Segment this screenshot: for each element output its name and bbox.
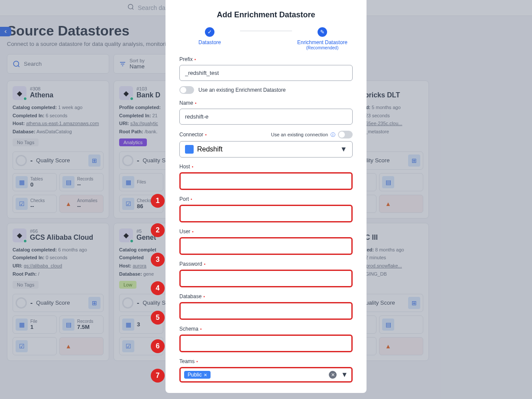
existing-connection-toggle[interactable] — [338, 131, 353, 138]
teams-input[interactable]: Public✕ ✕ ▼ — [179, 367, 353, 383]
step-enrichment[interactable]: ✎ Enrichment Datastore (Recommended) — [292, 27, 353, 50]
host-label: Host• — [179, 164, 353, 170]
redshift-icon — [185, 145, 194, 154]
port-label: Port• — [179, 196, 353, 202]
add-datastore-modal: Add Enrichment Datastore ✓ Datastore ✎ E… — [165, 0, 367, 393]
user-input[interactable] — [179, 237, 353, 255]
annotation-1: 1 — [151, 194, 165, 208]
annotation-7: 7 — [151, 369, 165, 383]
annotation-6: 6 — [151, 339, 165, 353]
schema-input[interactable] — [179, 335, 353, 352]
user-label: User• — [179, 228, 353, 235]
annotation-4: 4 — [151, 281, 165, 295]
chip-remove-icon[interactable]: ✕ — [204, 373, 207, 377]
existing-datastore-toggle[interactable] — [179, 86, 194, 94]
teams-label: Teams• — [179, 358, 353, 364]
chevron-down-icon: ▼ — [341, 371, 348, 379]
modal-title: Add Enrichment Datastore — [179, 10, 353, 19]
host-input[interactable] — [179, 172, 353, 190]
prefix-label: Prefix• — [179, 56, 353, 62]
stepper: ✓ Datastore ✎ Enrichment Datastore (Reco… — [179, 27, 353, 50]
prefix-input[interactable] — [179, 65, 353, 81]
database-label: Database• — [179, 293, 353, 299]
connector-label: Connector• — [179, 132, 207, 138]
annotation-5: 5 — [151, 311, 165, 325]
port-input[interactable] — [179, 205, 353, 222]
step-datastore[interactable]: ✓ Datastore — [179, 27, 240, 50]
connector-select[interactable]: Redshift ▼ — [179, 141, 353, 158]
name-label: Name• — [179, 100, 353, 106]
annotation-3: 3 — [151, 253, 165, 267]
password-input[interactable] — [179, 270, 353, 287]
name-input[interactable] — [179, 109, 353, 125]
info-icon[interactable]: ⓘ — [331, 132, 335, 138]
team-chip-public[interactable]: Public✕ — [184, 371, 211, 379]
database-input[interactable] — [179, 302, 353, 320]
clear-icon[interactable]: ✕ — [329, 371, 337, 379]
annotation-2: 2 — [151, 223, 165, 237]
chevron-down-icon: ▼ — [340, 145, 347, 153]
password-label: Password• — [179, 261, 353, 267]
schema-label: Schema• — [179, 326, 353, 332]
